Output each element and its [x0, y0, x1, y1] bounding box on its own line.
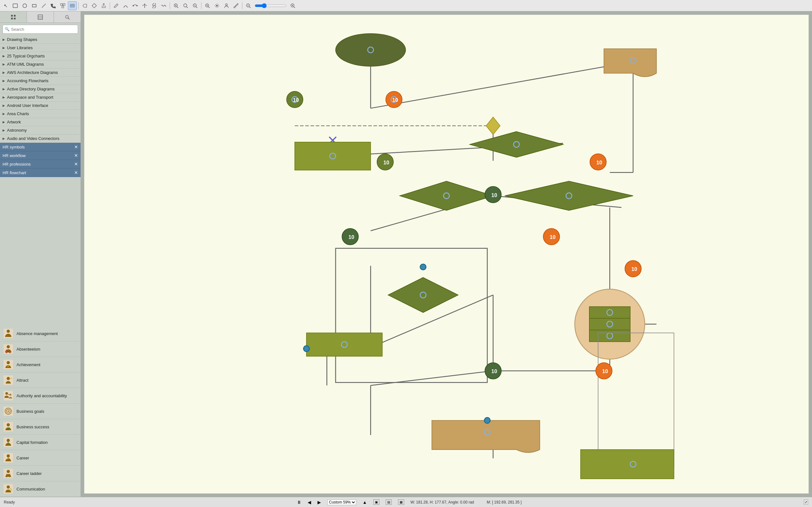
svg-point-74 [7, 470, 10, 473]
shape-item-career[interactable]: Career [0, 450, 80, 466]
expand-btn[interactable]: ⤢ [804, 499, 808, 505]
split-btn[interactable] [140, 1, 149, 10]
zoom-in-btn[interactable] [203, 1, 212, 10]
svg-point-29 [216, 5, 218, 6]
grid-panel-tab[interactable] [27, 11, 54, 22]
category-accounting[interactable]: ▶ Accounting Flowcharts [0, 77, 80, 85]
zoom-slider[interactable] [255, 3, 287, 8]
svg-point-31 [234, 7, 235, 8]
search-input[interactable] [3, 25, 78, 34]
shape-item-career-ladder[interactable]: Career ladder [0, 466, 80, 481]
drawing-canvas[interactable]: 10 10 10 10 [84, 15, 809, 494]
category-orgcharts[interactable]: ▶ 25 Typical Orgcharts [0, 52, 80, 60]
category-artwork[interactable]: ▶ Artwork [0, 118, 80, 126]
category-astronomy[interactable]: ▶ Astronomy [0, 126, 80, 134]
search-wrapper: 🔍 [3, 25, 78, 34]
shape-label-absenteeism: Absenteeism [16, 347, 40, 351]
svg-text:10: 10 [349, 234, 354, 240]
network-tool-btn[interactable] [58, 1, 67, 10]
hr-symbols-subcategory[interactable]: HR symbols ✕ [0, 143, 80, 151]
status-left: Ready [4, 500, 15, 504]
dimensions-status: W: 181.28, H: 177.67, Angle: 0.00 rad [411, 500, 474, 504]
shape-thumb-business-goals [3, 405, 14, 417]
category-audio-video[interactable]: ▶ Audio and Video Connectors [0, 134, 80, 143]
line-tool-btn[interactable] [39, 1, 48, 10]
select-tool-btn[interactable]: ↖ [1, 1, 10, 10]
arrow-drawing-shapes: ▶ [3, 38, 5, 41]
wave-btn[interactable] [159, 1, 168, 10]
category-aws[interactable]: ▶ AWS Architecture Diagrams [0, 68, 80, 77]
single-page-btn[interactable]: ▣ [373, 499, 379, 505]
category-area-charts[interactable]: ▶ Area Charts [0, 110, 80, 118]
phone-tool-btn[interactable] [49, 1, 58, 10]
window-tool-btn[interactable] [11, 1, 20, 10]
category-active-directory[interactable]: ▶ Active Directory Diagrams [0, 85, 80, 93]
svg-point-12 [136, 5, 138, 6]
connector-btn[interactable] [131, 1, 139, 10]
process-flow-btn[interactable] [80, 1, 89, 10]
shape-item-communication[interactable]: Communication [0, 481, 80, 497]
pan-btn[interactable] [212, 1, 222, 10]
zoom-in-toolbar-btn[interactable] [288, 1, 297, 10]
pause-btn[interactable]: ⏸ [297, 500, 301, 505]
decision-btn[interactable] [90, 1, 99, 10]
shape-item-capital[interactable]: $ Capital formation [0, 435, 80, 450]
canvas[interactable]: 10 10 10 10 [84, 15, 809, 494]
zoom-out-toolbar-btn[interactable] [244, 1, 253, 10]
hr-workflow-close[interactable]: ✕ [74, 153, 78, 158]
category-android[interactable]: ▶ Android User Interface [0, 102, 80, 110]
circle-tool-btn[interactable] [20, 1, 29, 10]
shape-label-capital: Capital formation [16, 440, 48, 445]
export-btn[interactable] [99, 1, 108, 10]
prev-page-btn[interactable]: ◀ [308, 500, 311, 505]
shape-item-attract[interactable]: Attract [0, 373, 80, 388]
link-btn[interactable] [150, 1, 159, 10]
next-page-btn[interactable]: ▶ [317, 500, 321, 505]
shape-item-authority[interactable]: Authority and accountability [0, 388, 80, 404]
arrow-astronomy: ▶ [3, 128, 5, 132]
arrow-audio-video: ▶ [3, 137, 5, 140]
svg-point-105 [335, 34, 406, 66]
pencil-btn[interactable] [112, 1, 121, 10]
shape-item-absenteeism[interactable]: Absenteeism [0, 341, 80, 357]
zoom-region-btn[interactable] [172, 1, 181, 10]
person-btn[interactable] [222, 1, 231, 10]
zoom-fit-btn[interactable] [181, 1, 190, 10]
shape-label-business-goals: Business goals [16, 409, 44, 414]
rect-tool-btn[interactable] [30, 1, 39, 10]
hr-flowchart-close[interactable]: ✕ [74, 170, 78, 175]
svg-line-17 [177, 7, 178, 8]
category-drawing-shapes[interactable]: ▶ Drawing Shapes [0, 36, 80, 44]
category-user-libraries[interactable]: ▶ User Libraries [0, 44, 80, 52]
category-atm-uml[interactable]: ▶ ATM UML Diagrams [0, 60, 80, 68]
arc-btn[interactable] [121, 1, 130, 10]
zoom-expand-btn[interactable]: ▲ [363, 500, 367, 505]
shape-label-authority: Authority and accountability [16, 393, 67, 398]
hr-professions-subcategory[interactable]: HR professions ✕ [0, 160, 80, 168]
eyedropper-btn[interactable] [232, 1, 240, 10]
multi-page-btn[interactable]: ▦ [398, 499, 404, 505]
double-page-btn[interactable]: ▤ [386, 499, 392, 505]
hr-flowchart-subcategory[interactable]: HR flowchart ✕ [0, 168, 80, 177]
shape-item-achievement[interactable]: Achievement [0, 357, 80, 373]
zoom-width-btn[interactable] [191, 1, 199, 10]
shapes-panel-tab[interactable] [0, 11, 27, 22]
zoom-select[interactable]: Custom 59% 50% 75% 100% 150% 200% [327, 499, 356, 505]
category-aerospace[interactable]: ▶ Aerospace and Transport [0, 93, 80, 102]
hr-professions-close[interactable]: ✕ [74, 162, 78, 167]
hr-symbols-close[interactable]: ✕ [74, 145, 78, 150]
canvas-area[interactable]: 10 10 10 10 [81, 11, 812, 497]
shape-item-absence[interactable]: Absence management [0, 326, 80, 341]
svg-line-3 [42, 4, 46, 8]
shape-label-business-success: Business success [16, 425, 49, 429]
shape-item-business-goals[interactable]: Business goals [0, 404, 80, 419]
separator-3 [170, 2, 170, 9]
active-process-tool-btn[interactable] [68, 1, 77, 10]
shape-item-business-success[interactable]: Business success [0, 419, 80, 435]
hr-professions-label: HR professions [3, 162, 31, 167]
search-panel-tab[interactable] [54, 11, 80, 22]
svg-line-23 [196, 7, 197, 8]
toolbar: ↖ [0, 0, 812, 11]
hr-flowchart-label: HR flowchart [3, 170, 26, 175]
hr-workflow-subcategory[interactable]: HR workflow ✕ [0, 151, 80, 160]
